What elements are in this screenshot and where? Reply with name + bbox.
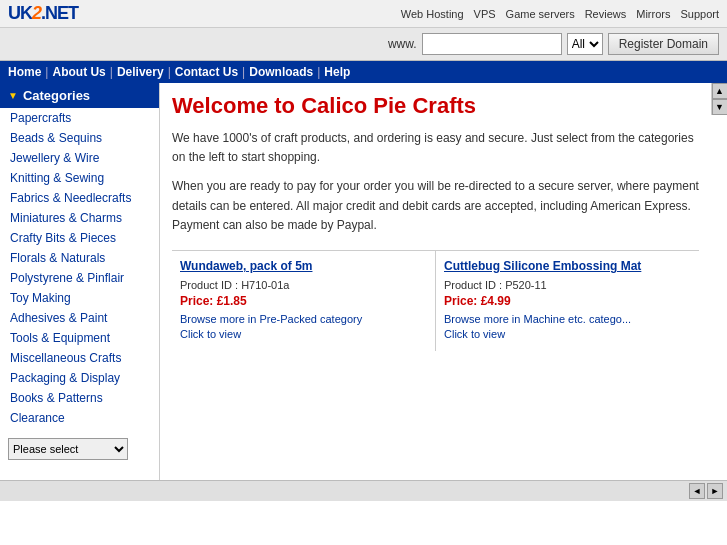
- sidebar: ▼ Categories Papercrafts Beads & Sequins…: [0, 83, 160, 480]
- product-1-title[interactable]: Wundaweb, pack of 5m: [180, 259, 427, 273]
- domain-search-input[interactable]: [422, 33, 562, 55]
- sidebar-item-toy-making[interactable]: Toy Making: [0, 288, 159, 308]
- main-content: Welcome to Calico Pie Crafts We have 100…: [160, 83, 711, 361]
- nav-sep-4: |: [242, 65, 245, 79]
- product-2-price: Price: £4.99: [444, 294, 691, 308]
- top-link-web-hosting[interactable]: Web Hosting: [401, 8, 464, 20]
- nav-about[interactable]: About Us: [52, 65, 105, 79]
- sidebar-select[interactable]: Please select: [8, 438, 128, 460]
- product-2-view-link[interactable]: Click to view: [444, 328, 691, 340]
- logo-uk: UK: [8, 3, 32, 23]
- categories-arrow-icon: ▼: [8, 90, 18, 101]
- sidebar-item-tools[interactable]: Tools & Equipment: [0, 328, 159, 348]
- nav-sep-2: |: [110, 65, 113, 79]
- product-2-title[interactable]: Cuttlebug Silicone Embossing Mat: [444, 259, 691, 273]
- sidebar-item-books[interactable]: Books & Patterns: [0, 388, 159, 408]
- sidebar-item-packaging[interactable]: Packaging & Display: [0, 368, 159, 388]
- search-bar: www. All Register Domain: [0, 28, 727, 61]
- nav-delivery[interactable]: Delivery: [117, 65, 164, 79]
- categories-header: ▼ Categories: [0, 83, 159, 108]
- sidebar-item-clearance[interactable]: Clearance: [0, 408, 159, 428]
- nav-home[interactable]: Home: [8, 65, 41, 79]
- payment-text: When you are ready to pay for your order…: [172, 177, 699, 235]
- nav-help[interactable]: Help: [324, 65, 350, 79]
- sidebar-item-jewellery[interactable]: Jewellery & Wire: [0, 148, 159, 168]
- sidebar-item-miscellaneous[interactable]: Miscellaneous Crafts: [0, 348, 159, 368]
- right-scrollbar[interactable]: ▲ ▼: [711, 83, 727, 115]
- sidebar-item-papercrafts[interactable]: Papercrafts: [0, 108, 159, 128]
- product-col-2: Cuttlebug Silicone Embossing Mat Product…: [436, 251, 699, 351]
- www-label: www.: [388, 37, 417, 51]
- top-links: Web Hosting VPS Game servers Reviews Mir…: [401, 8, 719, 20]
- sidebar-item-fabrics[interactable]: Fabrics & Needlecrafts: [0, 188, 159, 208]
- nav-sep-3: |: [168, 65, 171, 79]
- top-bar: UK2.NET Web Hosting VPS Game servers Rev…: [0, 0, 727, 28]
- sidebar-item-miniatures[interactable]: Miniatures & Charms: [0, 208, 159, 228]
- sidebar-item-crafty-bits[interactable]: Crafty Bits & Pieces: [0, 228, 159, 248]
- nav-bar: Home | About Us | Delivery | Contact Us …: [0, 61, 727, 83]
- product-1-view-link[interactable]: Click to view: [180, 328, 427, 340]
- site-logo[interactable]: UK2.NET: [8, 3, 78, 24]
- scroll-right-button[interactable]: ►: [707, 483, 723, 499]
- product-2-id: Product ID : P520-11: [444, 279, 691, 291]
- top-link-mirrors[interactable]: Mirrors: [636, 8, 670, 20]
- sidebar-item-florals[interactable]: Florals & Naturals: [0, 248, 159, 268]
- product-1-id: Product ID : H710-01a: [180, 279, 427, 291]
- top-link-reviews[interactable]: Reviews: [585, 8, 627, 20]
- sidebar-item-adhesives[interactable]: Adhesives & Paint: [0, 308, 159, 328]
- product-2-browse-link[interactable]: Browse more in Machine etc. catego...: [444, 313, 691, 325]
- logo-net: .NET: [41, 3, 78, 23]
- scroll-left-button[interactable]: ◄: [689, 483, 705, 499]
- categories-label: Categories: [23, 88, 90, 103]
- main-layout: ▼ Categories Papercrafts Beads & Sequins…: [0, 83, 727, 480]
- products-row: Wundaweb, pack of 5m Product ID : H710-0…: [172, 250, 699, 351]
- logo-two: 2: [32, 3, 41, 23]
- scroll-up-button[interactable]: ▲: [712, 83, 728, 99]
- top-link-support[interactable]: Support: [680, 8, 719, 20]
- welcome-title: Welcome to Calico Pie Crafts: [172, 93, 699, 119]
- nav-downloads[interactable]: Downloads: [249, 65, 313, 79]
- register-domain-button[interactable]: Register Domain: [608, 33, 719, 55]
- nav-contact[interactable]: Contact Us: [175, 65, 238, 79]
- scroll-down-button[interactable]: ▼: [712, 99, 728, 115]
- sidebar-item-knitting[interactable]: Knitting & Sewing: [0, 168, 159, 188]
- sidebar-select-box: Please select: [8, 438, 151, 460]
- product-1-browse-link[interactable]: Browse more in Pre-Packed category: [180, 313, 427, 325]
- sidebar-item-beads[interactable]: Beads & Sequins: [0, 128, 159, 148]
- top-link-game-servers[interactable]: Game servers: [506, 8, 575, 20]
- nav-sep-1: |: [45, 65, 48, 79]
- bottom-scroll-bar: ◄ ►: [0, 480, 727, 501]
- nav-sep-5: |: [317, 65, 320, 79]
- product-col-1: Wundaweb, pack of 5m Product ID : H710-0…: [172, 251, 436, 351]
- sidebar-item-polystyrene[interactable]: Polystyrene & Pinflair: [0, 268, 159, 288]
- search-category-select[interactable]: All: [567, 33, 603, 55]
- welcome-text: We have 1000's of craft products, and or…: [172, 129, 699, 167]
- top-link-vps[interactable]: VPS: [474, 8, 496, 20]
- product-1-price: Price: £1.85: [180, 294, 427, 308]
